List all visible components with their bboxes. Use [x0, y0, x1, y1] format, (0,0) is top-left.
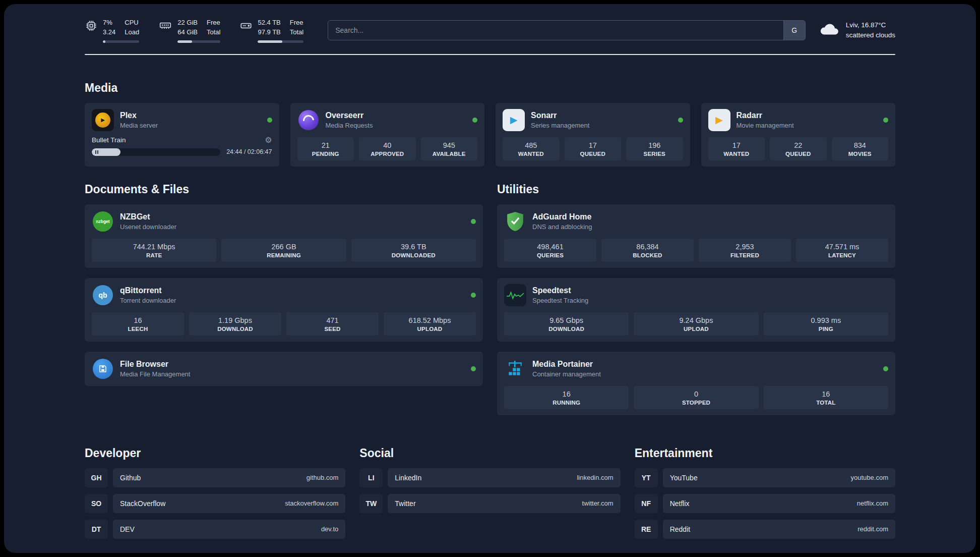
ram-label-2: Total	[207, 28, 220, 37]
cloud-icon	[819, 22, 840, 39]
stat-label: QUERIES	[506, 252, 594, 258]
nzbget-card[interactable]: nzbget NZBGet Usenet downloader 744.21 M…	[85, 204, 483, 268]
stat-label: DOWNLOAD	[506, 326, 627, 332]
stat-value: 618.52 Mbps	[386, 316, 474, 324]
dashboard-content: 7% 3.24 CPU Load	[4, 4, 976, 553]
radarr-card[interactable]: ▶ Radarr Movie management 17 WANTED	[701, 103, 896, 166]
media-section: Media ▶ Plex Media server	[85, 81, 895, 166]
now-playing-title: Bullet Train	[92, 136, 126, 144]
plex-icon: ▶	[92, 109, 114, 131]
stat-running: 16 RUNNING	[504, 386, 629, 409]
stat-label: PING	[766, 326, 886, 332]
status-dot	[471, 219, 476, 224]
stat-download: 9.65 Gbps DOWNLOAD	[504, 312, 629, 336]
play-icon: ▶	[510, 115, 518, 125]
bookmark-name: Reddit	[670, 525, 690, 533]
documents-section: Documents & Files nzbget NZBGet Usenet d…	[85, 183, 483, 386]
stat-value: 744.21 Mbps	[94, 243, 214, 251]
stat-series: 196 SERIES	[626, 137, 683, 160]
search-input[interactable]	[328, 21, 783, 40]
sonarr-card[interactable]: ▶ Sonarr Series management 485 WANTED	[496, 103, 690, 166]
stat-label: WANTED	[505, 151, 558, 157]
bookmark-linkedin[interactable]: LI LinkedIn linkedin.com	[359, 468, 620, 487]
disk-usage-bar	[258, 40, 303, 43]
app-subtitle: Speedtest Tracking	[532, 297, 588, 304]
media-section-title: Media	[85, 81, 895, 95]
bookmark-name: Netflix	[670, 499, 690, 508]
app-name: Media Portainer	[532, 360, 601, 369]
stat-label: DOWNLOADED	[353, 252, 474, 258]
stat-label: REMAINING	[223, 252, 344, 258]
cpu-usage-bar	[103, 40, 139, 43]
stat-value: 471	[288, 316, 377, 324]
portainer-card[interactable]: Media Portainer Container management 16 …	[497, 352, 895, 415]
bookmark-twitter[interactable]: TW Twitter twitter.com	[359, 494, 620, 513]
stat-value: 47.571 ms	[798, 243, 886, 251]
bookmark-github[interactable]: GH Github github.com	[85, 468, 345, 487]
stat-label: TOTAL	[766, 400, 886, 406]
adguard-card[interactable]: AdGuard Home DNS and adblocking 498,461 …	[497, 204, 895, 268]
play-icon: ▶	[715, 115, 723, 125]
app-name: Overseerr	[326, 111, 373, 120]
cpu-label-1: CPU	[125, 18, 139, 28]
nzbget-icon-text: nzbget	[93, 211, 113, 232]
stat-label: QUEUED	[567, 151, 620, 157]
stat-available: 945 AVAILABLE	[421, 137, 478, 160]
stat-seed: 471 SEED	[286, 312, 379, 336]
gear-icon[interactable]: ⚙	[265, 136, 272, 144]
stat-value: 266 GB	[223, 243, 344, 251]
stat-label: UPLOAD	[636, 326, 756, 332]
stat-label: FILTERED	[701, 252, 789, 258]
cpu-label-2: Load	[125, 28, 139, 37]
playback-time: 24:44 / 02:06:47	[226, 148, 272, 155]
bookmark-url: stackoverflow.com	[285, 499, 338, 507]
filebrowser-card[interactable]: File Browser Media File Management	[85, 352, 483, 386]
bookmark-youtube[interactable]: YT YouTube youtube.com	[635, 468, 895, 487]
search-engine-button[interactable]: G	[783, 21, 805, 40]
bookmark-abbr: LI	[359, 468, 383, 487]
cpu-icon	[85, 19, 98, 34]
stat-label: RUNNING	[506, 400, 627, 406]
bookmark-stackoverflow[interactable]: SO StackOverflow stackoverflow.com	[85, 494, 345, 513]
ram-total: 64 GiB	[177, 28, 198, 37]
plex-card[interactable]: ▶ Plex Media server Bullet Train ⚙	[85, 103, 279, 166]
stat-label: WANTED	[710, 151, 763, 157]
plex-chevron-icon: ▶	[101, 118, 105, 123]
bookmark-name: LinkedIn	[395, 474, 421, 482]
social-section-title: Social	[359, 447, 620, 460]
bookmark-name: Github	[120, 474, 141, 482]
disk-usage-fill	[258, 40, 282, 43]
stat-label: DOWNLOAD	[191, 326, 279, 332]
qbittorrent-card[interactable]: qb qBittorrent Torrent downloader 16 LEE…	[85, 278, 483, 342]
cpu-usage-fill	[103, 40, 105, 43]
app-name: Sonarr	[531, 111, 589, 120]
stat-value: 86,384	[603, 243, 692, 251]
bookmark-name: DEV	[120, 525, 135, 533]
stat-value: 16	[506, 390, 627, 398]
stat-filtered: 2,953 FILTERED	[699, 239, 791, 262]
overseerr-card[interactable]: Overseerr Media Requests 21 PENDING 40 A…	[290, 103, 485, 166]
disk-total: 97.9 TB	[258, 28, 280, 37]
stat-value: 39.6 TB	[353, 243, 474, 251]
bookmark-url: linkedin.com	[577, 474, 613, 481]
adguard-shield-icon	[504, 210, 526, 233]
pause-icon[interactable]	[95, 150, 98, 154]
bookmark-abbr: RE	[635, 520, 658, 539]
bookmark-netflix[interactable]: NF Netflix netflix.com	[635, 494, 895, 513]
bookmark-dev[interactable]: DT DEV dev.to	[85, 520, 345, 539]
stat-value: 834	[834, 141, 887, 149]
bookmark-url: youtube.com	[851, 474, 888, 481]
playback-progress-bar[interactable]	[92, 148, 220, 156]
bookmark-reddit[interactable]: RE Reddit reddit.com	[635, 520, 895, 539]
entertainment-section-title: Entertainment	[635, 447, 895, 460]
stat-approved: 40 APPROVED	[359, 137, 416, 160]
speedtest-card[interactable]: Speedtest Speedtest Tracking 9.65 Gbps D…	[497, 278, 895, 342]
ram-free: 22 GiB	[177, 18, 198, 28]
ram-icon	[158, 19, 172, 34]
stat-wanted: 17 WANTED	[708, 137, 765, 160]
bookmark-url: github.com	[307, 474, 339, 481]
nzbget-icon: nzbget	[92, 210, 114, 233]
bookmark-url: dev.to	[321, 525, 338, 533]
app-subtitle: Media Requests	[326, 122, 373, 129]
stat-label: AVAILABLE	[423, 151, 476, 157]
